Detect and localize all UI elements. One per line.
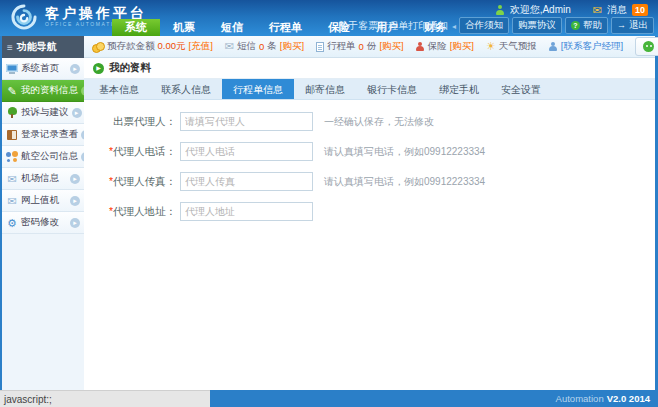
- sun-icon: ☀: [486, 41, 496, 52]
- sidebar-item-label: 系统首页: [21, 62, 59, 75]
- field-agent-phone: *代理人电话： 请认真填写电话，例如09912223334: [102, 142, 655, 161]
- wechat-button[interactable]: 微信公众号: [635, 37, 658, 56]
- sidebar-item-home[interactable]: 系统首页 ▸: [2, 58, 84, 80]
- browser-status-text: javascript:;: [0, 390, 210, 407]
- nav-sms[interactable]: 短信: [208, 19, 256, 36]
- field-label: *代理人地址：: [102, 205, 176, 219]
- insurance-label: 保险: [428, 40, 447, 53]
- sms-buy-link[interactable]: [购买]: [280, 40, 304, 53]
- sidebar-item-label: 密码修改: [21, 216, 59, 229]
- user-icon: [496, 5, 505, 15]
- field-hint: 一经确认保存，无法修改: [324, 115, 434, 129]
- sidebar-item-airlines[interactable]: 航空公司信息 ▸: [2, 146, 84, 168]
- sidebar-item-airports[interactable]: ✉ 机场信息 ▸: [2, 168, 84, 190]
- itinerary-form: 出票代理人： 一经确认保存，无法修改 *代理人电话： 请认真填写电话，例如099…: [84, 100, 655, 390]
- tab-bind-phone[interactable]: 绑定手机: [428, 79, 490, 99]
- help-label: 帮助: [583, 19, 602, 32]
- cooperation-notice-label: 合作须知: [465, 19, 503, 32]
- contact-manager-link[interactable]: [联系客户经理]: [561, 40, 623, 53]
- section-header: ▶ 我的资料: [84, 58, 655, 79]
- tab-basic-info[interactable]: 基本信息: [88, 79, 150, 99]
- ticket-agreement-button[interactable]: 购票协议: [512, 17, 562, 34]
- menu-icon: ≡: [7, 42, 13, 53]
- sidebar-item-label: 网上值机: [21, 194, 59, 207]
- agent-fax-input[interactable]: [180, 172, 313, 191]
- user-row: 欢迎您,Admin ✉ 消息 10: [496, 3, 648, 17]
- field-hint: 请认真填写电话，例如09912223334: [324, 175, 485, 189]
- ticker-prev-icon[interactable]: ◂: [452, 22, 456, 31]
- welcome-text: 欢迎您,Admin: [510, 3, 571, 17]
- toolbar-right: 微信公众号 QQ客服: [635, 37, 658, 56]
- sms-label: 短信: [237, 40, 256, 53]
- pencil-icon: ✎: [6, 85, 18, 97]
- brand-swirl-icon: [10, 3, 38, 31]
- agent-phone-input[interactable]: [180, 142, 313, 161]
- tab-itinerary-info[interactable]: 行程单信息: [222, 79, 294, 99]
- sidebar-header: ≡ 功能导航: [2, 36, 84, 58]
- messages-count-badge[interactable]: 10: [632, 4, 648, 16]
- field-ticket-agent: 出票代理人： 一经确认保存，无法修改: [102, 112, 655, 131]
- help-button[interactable]: ? 帮助: [565, 17, 608, 34]
- ticket-agent-input[interactable]: [180, 112, 313, 131]
- wechat-icon: [643, 41, 654, 52]
- agent-address-input[interactable]: [180, 202, 313, 221]
- nav-system[interactable]: 系统: [112, 19, 160, 36]
- chevron-right-icon: ▸: [70, 64, 80, 74]
- weather-stat: ☀ 天气预报: [486, 40, 537, 53]
- deposit-label: 预存款金额: [107, 40, 155, 53]
- coins-icon: [92, 42, 104, 52]
- person-icon: [549, 42, 558, 52]
- itinerary-buy-link[interactable]: [购买]: [379, 40, 403, 53]
- weather-label[interactable]: 天气预报: [499, 40, 537, 53]
- tab-security-settings[interactable]: 安全设置: [490, 79, 552, 99]
- book-icon: [6, 129, 18, 141]
- footer-bar: javascript:; AutomationV2.0 2014: [0, 390, 658, 407]
- content-area: ≡ 功能导航 系统首页 ▸ ✎ 我的资料信息 ▸ 投诉与建议 ▸ 登录记录查看: [0, 36, 658, 390]
- tree-icon: [6, 107, 18, 119]
- nav-itinerary[interactable]: 行程单: [256, 19, 315, 36]
- recharge-link[interactable]: [充值]: [189, 40, 213, 53]
- logout-button[interactable]: → 退出: [611, 17, 654, 34]
- version-text: AutomationV2.0 2014: [556, 393, 658, 404]
- mail-icon: ✉: [6, 195, 18, 207]
- sidebar-item-label: 我的资料信息: [21, 84, 78, 97]
- mail-icon: ✉: [6, 173, 18, 185]
- chevron-right-icon: ▸: [70, 174, 80, 184]
- tab-mailing-info[interactable]: 邮寄信息: [294, 79, 356, 99]
- main-panel: 预存款金额 0.00元 [充值] ✉ 短信 0 条 [购买] 行程单 0 份 […: [84, 36, 658, 390]
- monitor-icon: [6, 63, 18, 75]
- notice-text[interactable]: 关于客票行程单打印通知: [338, 19, 448, 33]
- field-hint: 请认真填写电话，例如09912223334: [324, 145, 485, 159]
- app-window: 客户操作平台 OFFICE AUTOMATION SYSTEM 欢迎您,Admi…: [0, 0, 658, 407]
- chevron-right-icon: ▸: [72, 108, 82, 118]
- section-arrow-icon: ▶: [93, 63, 104, 74]
- sidebar-item-online-checkin[interactable]: ✉ 网上值机 ▸: [2, 190, 84, 212]
- sidebar-item-label: 航空公司信息: [21, 150, 78, 163]
- deposit-value: 0.00元: [158, 40, 186, 53]
- cooperation-notice-button[interactable]: 合作须知: [459, 17, 509, 34]
- chevron-right-icon: ▸: [70, 196, 80, 206]
- sidebar-item-password[interactable]: ⚙ 密码修改 ▸: [2, 212, 84, 234]
- insurance-buy-link[interactable]: [购买]: [450, 40, 474, 53]
- sidebar-item-label: 机场信息: [21, 172, 59, 185]
- sms-stat: ✉ 短信 0 条 [购买]: [225, 40, 304, 53]
- mail-icon: ✉: [225, 41, 234, 52]
- tab-contact-info[interactable]: 联系人信息: [150, 79, 222, 99]
- sidebar-item-profile[interactable]: ✎ 我的资料信息 ▸: [2, 80, 84, 102]
- sidebar-item-label: 登录记录查看: [21, 128, 78, 141]
- contact-manager: [联系客户经理]: [549, 40, 623, 53]
- tab-bank-card-info[interactable]: 银行卡信息: [356, 79, 428, 99]
- top-header: 客户操作平台 OFFICE AUTOMATION SYSTEM 欢迎您,Admi…: [0, 0, 658, 36]
- sidebar-item-complaints[interactable]: 投诉与建议 ▸: [2, 102, 84, 124]
- users-icon: [6, 151, 18, 163]
- sms-unit: 条: [267, 40, 277, 53]
- notice-ticker: 关于客票行程单打印通知 ◂ ▸: [338, 19, 464, 33]
- messages-link[interactable]: 消息: [607, 3, 627, 17]
- sidebar-item-login-records[interactable]: 登录记录查看 ▸: [2, 124, 84, 146]
- logout-label: 退出: [629, 19, 648, 32]
- nav-tickets[interactable]: 机票: [160, 19, 208, 36]
- person-icon: [416, 42, 425, 52]
- logout-icon: →: [617, 21, 626, 30]
- deposit-stat: 预存款金额 0.00元 [充值]: [92, 40, 213, 53]
- profile-tabbar: 基本信息 联系人信息 行程单信息 邮寄信息 银行卡信息 绑定手机 安全设置: [84, 79, 655, 100]
